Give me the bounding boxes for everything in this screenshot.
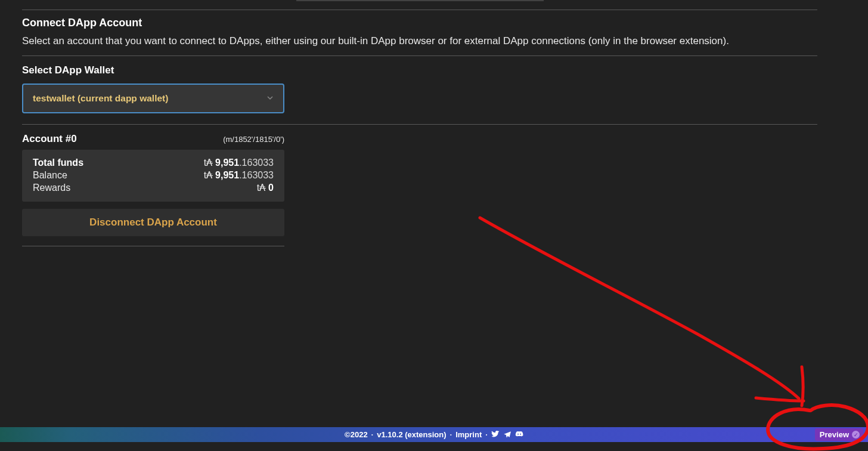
fund-value: t₳ 9,951.163033	[204, 169, 274, 181]
account-title: Account #0	[22, 133, 77, 145]
telegram-icon[interactable]	[503, 431, 512, 439]
wallet-select[interactable]: testwallet (current dapp wallet)	[22, 84, 284, 113]
section-title: Connect DApp Account	[22, 17, 817, 29]
divider	[22, 10, 817, 10]
account-derivation-path: (m/1852'/1815'/0')	[223, 135, 284, 144]
fund-label: Total funds	[33, 157, 83, 168]
footer-copyright: ©2022	[345, 430, 368, 439]
select-wallet-label: Select DApp Wallet	[22, 64, 817, 76]
tab-bar-placeholder	[296, 0, 544, 1]
disconnect-dapp-button[interactable]: Disconnect DApp Account	[22, 209, 284, 236]
footer-version: v1.10.2 (extension)	[377, 430, 446, 439]
wallet-select-value: testwallet (current dapp wallet)	[33, 93, 168, 104]
fund-row-rewards: Rewards t₳ 0	[33, 182, 274, 193]
account-funds-card: Total funds t₳ 9,951.163033 Balance t₳ 9…	[22, 150, 284, 202]
check-circle-icon: ✓	[852, 431, 860, 438]
fund-value: t₳ 9,951.163033	[204, 157, 274, 168]
preview-badge-label: Preview	[820, 430, 849, 439]
chevron-down-icon	[266, 94, 274, 103]
divider	[22, 124, 817, 125]
discord-icon[interactable]	[515, 431, 523, 439]
twitter-icon[interactable]	[491, 431, 500, 439]
section-description: Select an account that you want to conne…	[22, 35, 817, 47]
fund-label: Balance	[33, 170, 67, 181]
fund-row-total: Total funds t₳ 9,951.163033	[33, 157, 274, 168]
fund-row-balance: Balance t₳ 9,951.163033	[33, 169, 274, 181]
footer-imprint-link[interactable]: Imprint	[455, 430, 482, 439]
fund-label: Rewards	[33, 183, 70, 193]
divider	[22, 55, 817, 56]
footer-bar: ©2022 · v1.10.2 (extension) · Imprint · …	[0, 427, 868, 442]
fund-value: t₳ 0	[257, 182, 274, 193]
divider	[22, 246, 284, 246]
preview-badge[interactable]: Preview ✓	[815, 428, 863, 441]
